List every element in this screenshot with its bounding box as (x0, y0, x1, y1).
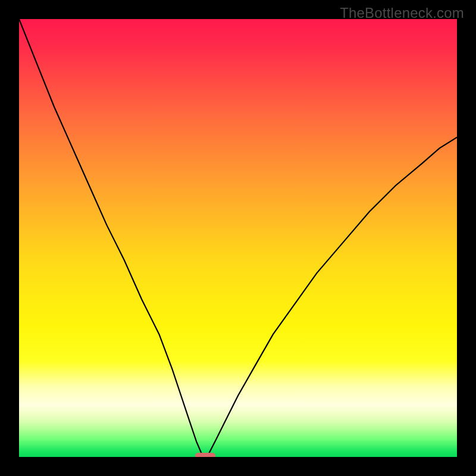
bottleneck-curve-left-path (19, 19, 202, 455)
notch-marker (195, 453, 215, 457)
curve-svg (19, 19, 457, 457)
plot-area (19, 19, 457, 457)
bottleneck-curve-right-path (208, 137, 457, 455)
outer-frame: TheBottleneck.com (0, 0, 476, 476)
